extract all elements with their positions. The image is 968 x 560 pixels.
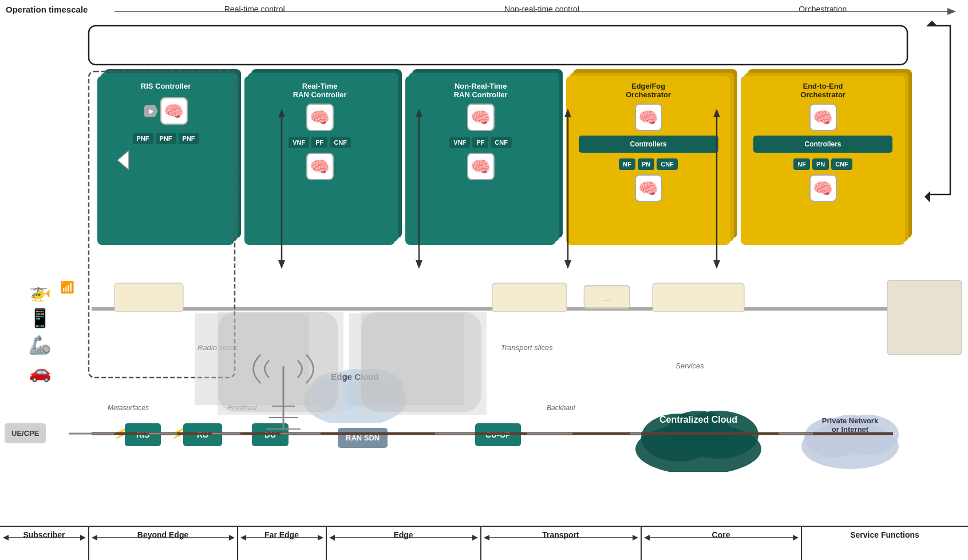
nrt-ran-brain: 🧠 — [467, 104, 495, 131]
edge-cloud: Edge Cloud — [298, 355, 412, 435]
ris-node: RIS — [125, 423, 161, 446]
op-timescale-label: Operation timescale — [6, 5, 88, 14]
nrt-pf: PF — [472, 137, 488, 148]
ef-cnf: CNF — [657, 158, 678, 170]
rt-ran-title: Real-Time RAN Controller — [293, 82, 347, 99]
metasurfaces-label: Metasurfaces — [108, 404, 149, 412]
ris-pnf1: PNF — [133, 133, 153, 144]
ru-node: RU — [183, 423, 222, 446]
subscriber-label: Subscriber — [0, 527, 89, 559]
e2e-pn: PN — [812, 158, 829, 170]
far-edge-label: Far Edge — [238, 527, 326, 559]
controllers-row: RIS Controller ▶ 🧠 PNF PNF PNF Real-Time… — [97, 76, 905, 245]
car-icon: 🚗 — [29, 361, 52, 383]
ue-cpe-node: UE/CPE — [5, 423, 46, 443]
fronthaul-label: Fronthaul — [228, 404, 257, 412]
e2e-block: End-to-End Orchestrator 🧠 Controllers NF… — [741, 76, 905, 245]
e2e-title: End-to-End Orchestrator — [800, 82, 845, 99]
timescale-labels: Real-time control Non-real-time control … — [114, 5, 957, 14]
rt-ran-brain: 🧠 — [306, 104, 334, 131]
svg-rect-2 — [89, 26, 907, 65]
edge-cloud-label: Edge Cloud — [298, 372, 412, 382]
ris-pnf3: PNF — [179, 133, 199, 144]
dots-box: ... — [584, 285, 630, 311]
phone-icon: 📱 — [29, 307, 52, 329]
edge-fog-block: Edge/Fog Orchestrator 🧠 Controllers NF P… — [566, 76, 730, 245]
nrt-ran-controller-block: Non-Real-Time RAN Controller 🧠 VNF PF CN… — [405, 76, 556, 245]
central-cloud: Centralized Cloud — [630, 398, 767, 478]
e2e-cnf: CNF — [831, 158, 852, 170]
drone-icon: 🚁 — [29, 280, 52, 302]
wifi-icon: 📶 — [60, 280, 74, 294]
subscriber-devices: 🚁 📱 🦾 🚗 — [6, 280, 74, 383]
nrt-vnf: VNF — [449, 137, 470, 148]
backhaul-label: Backhaul — [547, 404, 575, 412]
rt-vnf: VNF — [289, 137, 309, 148]
orchestration-label: Orchestration — [799, 5, 847, 14]
ni-orch-label: NI Orchestration layer — [446, 39, 566, 52]
ng-core-box: NG-Core — [655, 283, 744, 312]
private-cloud: Private Networkor Internet — [796, 400, 904, 475]
ef-nf: NF — [619, 158, 635, 170]
rt-cnf: CNF — [330, 137, 351, 148]
private-cloud-label: Private Networkor Internet — [796, 416, 904, 434]
domain-labels-row: Subscriber Beyond Edge Far Edge Edge Tra… — [0, 526, 968, 559]
diagram-container: Operation timescale Real-time control No… — [0, 0, 968, 560]
robot-icon: 🦾 — [29, 334, 52, 356]
svg-marker-3 — [924, 191, 930, 202]
edge-fog-controllers: Controllers — [579, 136, 718, 153]
ris-controller-block: RIS Controller ▶ 🧠 PNF PNF PNF — [97, 76, 234, 245]
du-node: DU — [252, 423, 289, 446]
svg-marker-4 — [926, 21, 938, 26]
e2e-controllers: Controllers — [753, 136, 893, 153]
svg-marker-19 — [713, 260, 720, 269]
edge-label: Edge — [326, 527, 481, 559]
svg-rect-65 — [195, 313, 309, 405]
e2e-brain2: 🧠 — [809, 174, 837, 202]
svg-marker-7 — [278, 260, 285, 269]
cu-up-node: CU-UP — [475, 423, 521, 446]
core-label: Core — [641, 527, 801, 559]
ris-ctrl-title: RIS Controller — [141, 82, 191, 90]
ris-brain-icon: 🧠 — [160, 97, 188, 125]
beyond-edge-label: Beyond Edge — [89, 527, 238, 559]
e2e-nf: NF — [793, 158, 810, 170]
radio-slices-label: Radio slices — [197, 343, 238, 352]
svg-marker-11 — [416, 260, 422, 269]
nrt-ran-brain2: 🧠 — [467, 153, 495, 180]
e2e-brain: 🧠 — [809, 104, 837, 131]
rt-control-label: Real-time control — [224, 5, 285, 14]
ris-pnf2: PNF — [156, 133, 176, 144]
rt-pf: PF — [311, 137, 327, 148]
ef-pn: PN — [638, 158, 654, 170]
edge-fog-title: Edge/Fog Orchestrator — [626, 82, 671, 99]
nrt-ran-title: Non-Real-Time RAN Controller — [454, 82, 508, 99]
service-functions-box: Service Functions — [887, 280, 962, 355]
nrt-control-label: Non-real-time control — [504, 5, 579, 14]
transport-label: Transport — [481, 527, 641, 559]
ris-cp-box: RIS-CP — [114, 283, 183, 312]
service-functions-domain-label: Service Functions — [801, 527, 968, 559]
services-label: Services — [675, 362, 704, 370]
edge-fog-brain2: 🧠 — [635, 174, 662, 202]
cu-cp-box: CU-CP — [492, 283, 567, 312]
rt-ran-controller-block: Real-Time RAN Controller 🧠 VNF PF CNF 🧠 — [244, 76, 395, 245]
nrt-cnf: CNF — [491, 137, 512, 148]
ran-sdn-node: RAN SDN — [338, 428, 388, 448]
rt-ran-brain2: 🧠 — [306, 153, 334, 180]
transport-slices-label: Transport slices — [501, 343, 553, 352]
edge-fog-brain: 🧠 — [635, 104, 662, 131]
svg-marker-15 — [564, 260, 571, 269]
central-cloud-label: Centralized Cloud — [630, 415, 767, 425]
